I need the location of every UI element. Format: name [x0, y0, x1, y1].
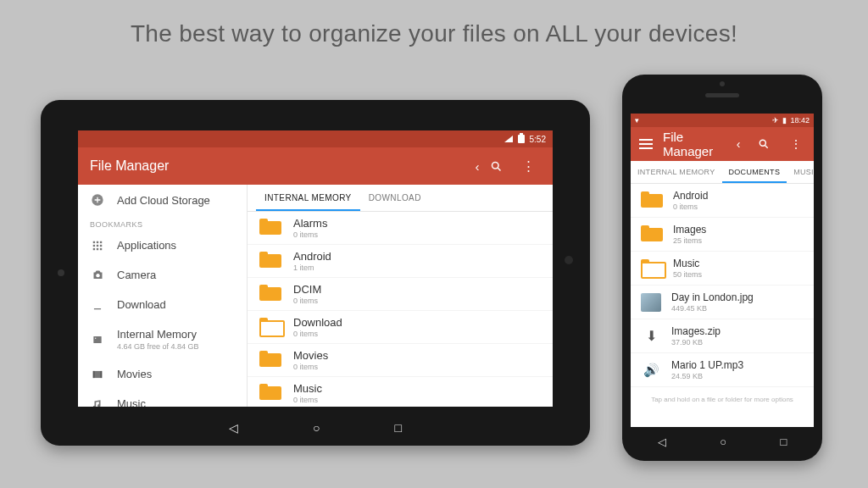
folder-icon: [641, 191, 663, 210]
nav-back-icon[interactable]: ◁: [658, 435, 666, 448]
sidebar-item-music[interactable]: Music: [78, 389, 247, 407]
nav-home-icon[interactable]: ○: [313, 421, 320, 435]
phone-app-bar: File Manager ‹ ⋮: [631, 127, 814, 161]
svg-line-19: [765, 145, 767, 147]
status-time: 5:52: [530, 135, 546, 144]
sidebar-item-download[interactable]: Download: [78, 290, 247, 319]
nav-home-icon[interactable]: ○: [720, 435, 726, 448]
file-name: Day in London.jpg: [671, 291, 754, 303]
app-title: File Manager: [90, 158, 465, 174]
svg-rect-9: [93, 247, 95, 249]
long-press-hint: Tap and hold on a file or folder for mor…: [631, 387, 814, 412]
folder-icon: [259, 351, 281, 369]
movie-icon: [90, 369, 105, 380]
nav-recents-icon[interactable]: □: [780, 435, 787, 448]
file-name: Alarms: [293, 217, 327, 230]
folder-row[interactable]: Android0 items: [631, 184, 814, 218]
tablet-file-list[interactable]: Alarms0 items Android1 item DCIM0 items …: [248, 212, 553, 407]
file-sublabel: 0 items: [293, 330, 342, 338]
audio-icon: 🔊: [641, 361, 661, 380]
tab-documents[interactable]: DOCUMENTS: [722, 161, 787, 183]
svg-rect-14: [95, 337, 96, 338]
file-sublabel: 0 items: [293, 230, 327, 239]
svg-point-12: [96, 274, 99, 277]
sidebar-item-internal-memory[interactable]: Internal Memory 4.64 GB free of 4.84 GB: [78, 319, 247, 359]
add-cloud-storage[interactable]: Add Cloud Storage: [78, 185, 247, 215]
file-sublabel: 0 items: [293, 297, 321, 305]
svg-rect-17: [101, 370, 103, 377]
sidebar-label: Internal Memory: [117, 328, 199, 341]
phone-status-bar: ▾ ✈ ▮ 18:42: [631, 114, 814, 127]
back-icon[interactable]: ‹: [729, 137, 748, 151]
phone-file-list[interactable]: Android0 items Images25 items Music50 it…: [631, 184, 814, 412]
sidebar-label: Movies: [117, 368, 152, 380]
svg-point-0: [492, 162, 499, 169]
airplane-mode-icon: ✈: [772, 116, 779, 125]
file-row[interactable]: Day in London.jpg449.45 KB: [631, 286, 814, 319]
nav-back-icon[interactable]: ◁: [229, 421, 238, 435]
folder-row[interactable]: Download0 items: [248, 311, 553, 344]
file-name: Music: [673, 258, 702, 269]
svg-rect-16: [93, 370, 95, 377]
file-name: Download: [293, 316, 342, 329]
sidebar-item-camera[interactable]: Camera: [78, 260, 247, 290]
sidebar-item-movies[interactable]: Movies: [78, 359, 247, 389]
overflow-menu-icon[interactable]: ⋮: [515, 158, 541, 174]
file-sublabel: 37.90 KB: [671, 338, 721, 347]
file-name: Android: [673, 190, 708, 202]
marketing-headline: The best way to organize your files on A…: [0, 0, 868, 64]
tab-download[interactable]: DOWNLOAD: [360, 185, 430, 211]
tab-music[interactable]: MUSIC: [787, 161, 814, 183]
folder-icon: [259, 252, 281, 270]
nav-recents-icon[interactable]: □: [395, 421, 402, 435]
tablet-tabs: INTERNAL MEMORY DOWNLOAD: [248, 185, 553, 212]
phone-screen: ▾ ✈ ▮ 18:42 File Manager ‹ ⋮ INTERNAL ME…: [631, 114, 814, 427]
folder-row[interactable]: Music0 items: [248, 377, 553, 407]
tablet-main-panel: INTERNAL MEMORY DOWNLOAD Alarms0 items A…: [248, 185, 553, 407]
plus-circle-icon: [90, 193, 105, 207]
folder-icon: [641, 225, 663, 244]
tab-internal-memory[interactable]: INTERNAL MEMORY: [631, 161, 722, 183]
folder-row[interactable]: Images25 items: [631, 218, 814, 252]
file-sublabel: 50 items: [673, 270, 702, 279]
storage-icon: [90, 334, 105, 346]
tab-internal-memory[interactable]: INTERNAL MEMORY: [256, 185, 360, 211]
svg-line-1: [498, 168, 500, 170]
add-cloud-label: Add Cloud Storage: [117, 194, 210, 207]
tablet-sensor-dot: [565, 256, 573, 264]
tablet-status-bar: 5:52: [78, 130, 553, 147]
svg-rect-4: [97, 241, 98, 242]
file-name: Images.zip: [671, 325, 721, 337]
phone-speaker: [705, 93, 739, 97]
file-sublabel: 0 items: [673, 202, 708, 211]
file-row[interactable]: 🔊Mario 1 UP.mp324.59 KB: [631, 353, 814, 387]
battery-icon: ▮: [782, 116, 787, 125]
svg-rect-8: [100, 244, 102, 246]
file-row[interactable]: ⬇Images.zip37.90 KB: [631, 319, 814, 353]
folder-row[interactable]: Movies0 items: [248, 344, 553, 377]
tablet-sidebar: Add Cloud Storage BOOKMARKS Applications…: [78, 185, 248, 407]
folder-row[interactable]: Android1 item: [248, 245, 553, 278]
search-icon[interactable]: [758, 138, 776, 150]
overflow-menu-icon[interactable]: ⋮: [787, 137, 805, 151]
svg-point-18: [760, 140, 765, 146]
search-icon[interactable]: [490, 160, 515, 173]
camera-icon: [90, 269, 105, 281]
folder-icon: [259, 318, 281, 336]
tablet-app-bar: File Manager ‹ ⋮: [78, 147, 553, 185]
svg-rect-6: [93, 244, 95, 246]
hamburger-menu-icon[interactable]: [639, 139, 653, 149]
folder-row[interactable]: Alarms0 items: [248, 212, 553, 245]
folder-icon: [641, 259, 663, 278]
back-icon[interactable]: ‹: [465, 159, 490, 174]
tablet-camera-dot: [58, 269, 64, 276]
folder-row[interactable]: Music50 items: [631, 252, 814, 286]
archive-icon: ⬇: [641, 327, 661, 346]
folder-row[interactable]: DCIM0 items: [248, 278, 553, 311]
file-sublabel: 25 items: [673, 236, 706, 245]
storage-sublabel: 4.64 GB free of 4.84 GB: [117, 342, 199, 351]
svg-rect-5: [100, 241, 102, 242]
svg-rect-10: [97, 247, 98, 249]
music-icon: [90, 398, 105, 408]
sidebar-item-applications[interactable]: Applications: [78, 230, 247, 260]
